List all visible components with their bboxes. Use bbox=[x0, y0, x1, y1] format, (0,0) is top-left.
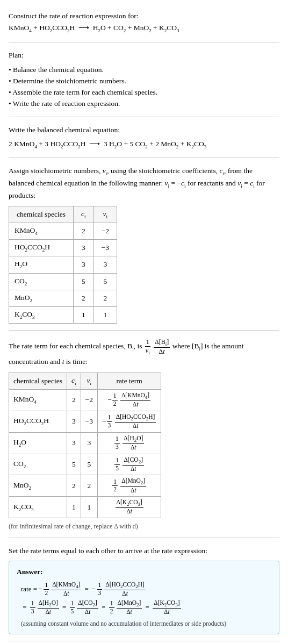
table-row: MnO2 2 2 bbox=[9, 290, 117, 306]
rate-line-2: = 13 Δ[H2O]Δt = 15 Δ[CO2]Δt = 12 Δ[MnO2]… bbox=[21, 599, 271, 616]
table-row: MnO2 2 2 12 Δ[MnO2]Δt bbox=[9, 475, 161, 497]
coeff-kmno4: 12 bbox=[44, 582, 49, 597]
rt-ci-co2: 5 bbox=[67, 454, 81, 475]
coeff-ho2cco2h: 13 bbox=[97, 582, 103, 597]
stoich-table: chemical species ci νi KMnO4 2 −2 HO2CCO… bbox=[9, 206, 117, 324]
table-row: K2CO3 1 1 bbox=[9, 307, 117, 324]
rt-rate-ho2cco2h: −13 Δ[HO2CCO2H]Δt bbox=[97, 411, 161, 432]
frac-h2o: Δ[H2O]Δt bbox=[38, 599, 59, 616]
coeff-h2o: 13 bbox=[30, 600, 35, 616]
assign-text: Assign stoichiometric numbers, νi, using… bbox=[9, 165, 279, 202]
species-mno2: MnO2 bbox=[9, 290, 74, 306]
vi-k2co3: 1 bbox=[93, 307, 117, 324]
frac-co2: Δ[CO2]Δt bbox=[77, 599, 98, 616]
answer-box: Answer: rate = − 12 Δ[KMnO4]Δt = − 13 Δ[… bbox=[9, 561, 279, 634]
coeff-mno2: 12 bbox=[109, 600, 114, 616]
infinitesimal-note: (for infinitesimal rate of change, repla… bbox=[9, 521, 279, 531]
rt-rate-k2co3: Δ[K2CO3]Δt bbox=[97, 497, 161, 518]
plan-step-4: • Write the rate of reaction expression. bbox=[9, 98, 279, 109]
species-k2co3: K2CO3 bbox=[9, 307, 74, 324]
main-equation: KMnO4 + HO2CCO2H ⟶ H2O + CO2 + MnO2 + K2… bbox=[9, 23, 279, 34]
minus-sign-2: − bbox=[91, 584, 95, 595]
vi-h2o: 3 bbox=[93, 256, 117, 273]
vi-mno2: 2 bbox=[93, 290, 117, 306]
rt-vi-ho2cco2h: −3 bbox=[81, 411, 97, 432]
rate-label: rate = bbox=[21, 584, 37, 595]
rt-ci-mno2: 2 bbox=[67, 475, 81, 497]
balanced-label: Write the balanced chemical equation: bbox=[9, 125, 279, 135]
rt-rate-h2o: 13 Δ[H2O]Δt bbox=[97, 432, 161, 454]
set-rate-text: Set the rate terms equal to each other t… bbox=[9, 546, 279, 556]
vi-co2: 5 bbox=[93, 273, 117, 290]
rt-species-k2co3: K2CO3 bbox=[9, 497, 67, 518]
rate-term-intro: The rate term for each chemical species,… bbox=[9, 338, 279, 368]
stoich-col-species: chemical species bbox=[9, 206, 74, 223]
answer-note: (assuming constant volume and no accumul… bbox=[21, 619, 271, 628]
plan-step-2: • Determine the stoichiometric numbers. bbox=[9, 76, 279, 87]
rt-species-mno2: MnO2 bbox=[9, 475, 67, 497]
minus-sign-1: − bbox=[38, 584, 42, 595]
ci-k2co3: 1 bbox=[74, 307, 94, 324]
construct-label: Construct the rate of reaction expressio… bbox=[9, 11, 279, 22]
stoich-col-ci: ci bbox=[74, 206, 94, 223]
rt-species-ho2cco2h: HO2CCO2H bbox=[9, 411, 67, 432]
rt-col-vi: νi bbox=[81, 373, 97, 389]
balanced-equation: 2 KMnO4 + 3 HO2CCO2H ⟶ 3 H2O + 5 CO2 + 2… bbox=[9, 139, 279, 151]
species-kmno4: KMnO4 bbox=[9, 223, 74, 240]
stoich-col-vi: νi bbox=[93, 206, 117, 223]
ci-h2o: 3 bbox=[74, 256, 94, 273]
coeff-co2: 15 bbox=[70, 600, 75, 616]
rate-fraction: 1 νi bbox=[145, 338, 151, 356]
rt-col-ci: ci bbox=[67, 373, 81, 389]
header-section: Construct the rate of reaction expressio… bbox=[9, 5, 279, 42]
rt-vi-k2co3: 1 bbox=[81, 497, 97, 518]
table-row: HO2CCO2H 3 −3 −13 Δ[HO2CCO2H]Δt bbox=[9, 411, 161, 432]
plan-section: Plan: • Balance the chemical equation. •… bbox=[9, 45, 279, 117]
species-ho2cco2h: HO2CCO2H bbox=[9, 240, 74, 256]
rt-rate-mno2: 12 Δ[MnO2]Δt bbox=[97, 475, 161, 497]
frac-kmno4: Δ[KMnO4]Δt bbox=[51, 581, 81, 598]
rt-col-rate: rate term bbox=[97, 373, 161, 389]
rt-species-kmno4: KMnO4 bbox=[9, 389, 67, 411]
answer-title: Answer: bbox=[17, 567, 271, 577]
set-rate-section: Set the rate terms equal to each other t… bbox=[9, 540, 279, 641]
table-row: H2O 3 3 13 Δ[H2O]Δt bbox=[9, 432, 161, 454]
plan-list: • Balance the chemical equation. • Deter… bbox=[9, 65, 279, 110]
rt-ci-h2o: 3 bbox=[67, 432, 81, 454]
ci-ho2cco2h: 3 bbox=[74, 240, 94, 256]
table-row: K2CO3 1 1 Δ[K2CO3]Δt bbox=[9, 497, 161, 518]
table-row: HO2CCO2H 3 −3 bbox=[9, 240, 117, 256]
rt-vi-kmno4: −2 bbox=[81, 389, 97, 411]
table-row: H2O 3 3 bbox=[9, 256, 117, 273]
rt-vi-h2o: 3 bbox=[81, 432, 97, 454]
vi-ho2cco2h: −3 bbox=[93, 240, 117, 256]
plan-step-3: • Assemble the rate term for each chemic… bbox=[9, 87, 279, 98]
rate-term-table: chemical species ci νi rate term KMnO4 2… bbox=[9, 373, 161, 519]
balanced-section: Write the balanced chemical equation: 2 … bbox=[9, 119, 279, 158]
table-row: CO2 5 5 15 Δ[CO2]Δt bbox=[9, 454, 161, 475]
rt-vi-mno2: 2 bbox=[81, 475, 97, 497]
vi-kmno4: −2 bbox=[93, 223, 117, 240]
rt-ci-k2co3: 1 bbox=[67, 497, 81, 518]
rt-ci-ho2cco2h: 3 bbox=[67, 411, 81, 432]
rate-term-section: The rate term for each chemical species,… bbox=[9, 333, 279, 538]
frac-k2co3: Δ[K2CO3]Δt bbox=[153, 599, 181, 616]
rt-rate-co2: 15 Δ[CO2]Δt bbox=[97, 454, 161, 475]
rt-species-co2: CO2 bbox=[9, 454, 67, 475]
stoich-section: Assign stoichiometric numbers, νi, using… bbox=[9, 160, 279, 331]
rt-species-h2o: H2O bbox=[9, 432, 67, 454]
rt-vi-co2: 5 bbox=[81, 454, 97, 475]
rt-col-species: chemical species bbox=[9, 373, 67, 389]
plan-title: Plan: bbox=[9, 50, 279, 61]
table-row: KMnO4 2 −2 bbox=[9, 223, 117, 240]
rt-ci-kmno4: 2 bbox=[67, 389, 81, 411]
ci-mno2: 2 bbox=[74, 290, 94, 306]
table-row: KMnO4 2 −2 −12 Δ[KMnO4]Δt bbox=[9, 389, 161, 411]
delta-bi-fraction: Δ[Bi] Δt bbox=[154, 338, 170, 356]
ci-co2: 5 bbox=[74, 273, 94, 290]
frac-mno2: Δ[MnO2]Δt bbox=[117, 599, 142, 616]
frac-ho2cco2h: Δ[HO2CCO2H]Δt bbox=[104, 581, 146, 598]
species-h2o: H2O bbox=[9, 256, 74, 273]
table-row: CO2 5 5 bbox=[9, 273, 117, 290]
ci-kmno4: 2 bbox=[74, 223, 94, 240]
